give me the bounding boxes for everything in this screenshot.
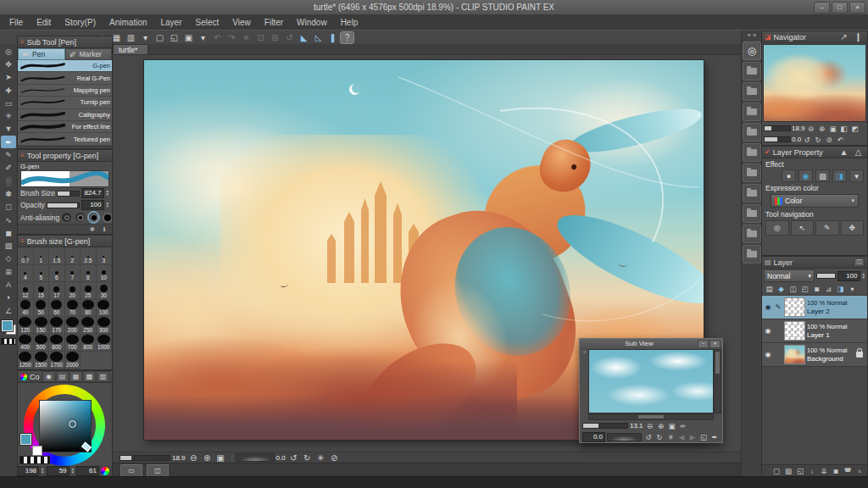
layer-opacity-value[interactable]: 100 <box>837 271 860 281</box>
save-file-icon[interactable]: ▣ <box>182 32 195 43</box>
fit-to-screen-icon[interactable]: ▣ <box>667 421 677 430</box>
tool-move[interactable]: ✥ <box>1 58 16 70</box>
redo-icon[interactable]: ↷ <box>225 32 238 43</box>
brush-size-600[interactable]: 600 <box>49 335 65 352</box>
create-mask-icon[interactable]: ◙ <box>811 284 822 294</box>
brush-size-700[interactable]: 700 <box>65 335 81 352</box>
layer-thumbnail[interactable] <box>784 297 805 317</box>
material-folder-download[interactable] <box>743 225 761 243</box>
sub-view-window[interactable]: Sub View – × ≡ 13.1 ⊖⊕▣✑ 0.0 ↺↻✳◀▶◱✒ <box>579 338 723 443</box>
tool-brush[interactable]: ✐ <box>1 162 16 175</box>
layer-dropdown-icon[interactable]: ▾ <box>847 284 858 294</box>
menu-help[interactable]: Help <box>334 16 365 29</box>
tool-blend[interactable]: ∿ <box>1 214 16 226</box>
fit-to-screen-icon[interactable]: ▣ <box>214 452 227 463</box>
tool-balloon[interactable]: ◗ <box>1 291 16 304</box>
tool-fill[interactable]: ◼ <box>1 226 16 239</box>
tool-frame-border[interactable]: ⊞ <box>1 265 16 278</box>
panel-info-icon[interactable]: ❙ <box>852 31 865 42</box>
fit-to-screen-icon[interactable]: ▣ <box>828 124 838 133</box>
tablet-display-icon[interactable]: ▥ <box>125 32 137 43</box>
brush-size-0.7[interactable]: 0.7 <box>18 247 34 265</box>
reset-rotation-icon[interactable]: ⊘ <box>824 135 834 144</box>
settings-icon[interactable]: ✻ <box>88 225 97 233</box>
rotate-ccw-icon[interactable]: ↺ <box>802 135 812 144</box>
rotate-ccw-icon[interactable]: ↺ <box>643 432 654 441</box>
menu-layer[interactable]: Layer <box>154 16 189 29</box>
close-button[interactable]: × <box>849 2 865 14</box>
material-folder-image[interactable] <box>743 123 761 141</box>
panel-pin-icon[interactable]: ↗ <box>837 31 850 42</box>
tool-property-header[interactable]: ≡ Tool property [G-pen] <box>18 150 112 162</box>
brush-size-1500[interactable]: 1500 <box>34 352 50 369</box>
layer-opacity-slider[interactable] <box>816 273 836 279</box>
tool-zoom[interactable]: ◎ <box>1 45 16 58</box>
layer-row-layer-1[interactable]: ◉100 % NormalLayer 1 <box>762 319 867 343</box>
brush-size-slider[interactable] <box>57 191 79 197</box>
brush-size-2.5[interactable]: 2.5 <box>81 247 97 265</box>
brush-size-170[interactable]: 170 <box>49 317 65 335</box>
material-folder-screentone[interactable] <box>743 184 761 202</box>
help-icon[interactable]: ? <box>341 32 353 43</box>
next-image-icon[interactable]: ▶ <box>687 432 698 441</box>
tool-pen[interactable]: ✒ <box>1 136 16 148</box>
navigator-zoom-slider[interactable] <box>764 125 791 131</box>
intermediate-color-tab[interactable]: ▥ <box>97 371 109 382</box>
subtool-item-real-g-pen[interactable]: Real G-Pen <box>18 72 112 84</box>
reset-rotation-icon[interactable]: ✳ <box>314 452 327 463</box>
zoom-in-icon[interactable]: ⊕ <box>201 452 214 463</box>
menu-file[interactable]: File <box>3 16 30 29</box>
brush-size-250[interactable]: 250 <box>81 317 97 335</box>
menu-animation[interactable]: Animation <box>103 16 153 29</box>
brush-size-4[interactable]: 4 <box>18 265 34 283</box>
menu-select[interactable]: Select <box>189 16 226 29</box>
lock-alpha-icon[interactable]: ◰ <box>799 284 810 294</box>
tool-gradient[interactable]: ▨ <box>1 239 16 252</box>
tool-move-layer[interactable]: ✚ <box>1 84 16 97</box>
brush-size-7[interactable]: 7 <box>65 265 81 283</box>
sub-view-minimize-button[interactable]: – <box>698 340 709 348</box>
hint-icon[interactable]: ℹ <box>100 225 108 233</box>
subtool-panel-header[interactable]: ≡ Sub Tool [Pen] <box>18 36 112 48</box>
snap-grid-icon[interactable]: ❚ <box>326 32 339 43</box>
extract-line-icon[interactable]: ◨ <box>832 169 847 182</box>
brush-size-8[interactable]: 8 <box>81 265 97 283</box>
color-wheel-tab[interactable]: ◉ <box>42 371 55 382</box>
menu-edit[interactable]: Edit <box>30 16 58 29</box>
brush-size-500[interactable]: 500 <box>34 335 50 352</box>
brush-size-400[interactable]: 400 <box>18 335 34 352</box>
canvas-zoom-slider[interactable] <box>120 455 170 461</box>
sub-view-panel-menu-icon[interactable]: ≡ <box>581 349 588 413</box>
brush-size-spinner[interactable]: ▲▼ <box>106 190 109 197</box>
brush-size-200[interactable]: 200 <box>65 317 81 335</box>
brush-size-150[interactable]: 150 <box>34 317 50 335</box>
foreground-color-swatch[interactable] <box>20 434 31 445</box>
brush-size-1000[interactable]: 1000 <box>97 335 113 352</box>
layer-color-effect-icon[interactable]: ▨ <box>815 169 830 182</box>
eyedropper-icon[interactable]: ✒ <box>709 432 720 441</box>
save-dropdown-icon[interactable]: ▾ <box>197 32 209 43</box>
material-folder-color-pattern[interactable] <box>743 62 761 80</box>
brush-size-40[interactable]: 40 <box>18 300 34 318</box>
rotate-region-icon[interactable]: ↺ <box>283 32 296 43</box>
subtool-item-g-pen[interactable]: G-pen <box>18 60 112 72</box>
s-spinner[interactable]: ▲▼ <box>41 468 44 474</box>
color-set-tab[interactable]: ▦ <box>70 371 82 382</box>
new-layer-icon[interactable]: ▢ <box>771 466 782 475</box>
flip-vertical-icon[interactable]: ◩ <box>850 124 860 133</box>
tool-decoration[interactable]: ✽ <box>1 187 16 200</box>
material-folder-3d[interactable] <box>743 164 761 182</box>
tool-pencil[interactable]: ✎ <box>1 148 16 161</box>
tool-eraser[interactable]: ◻ <box>1 201 16 214</box>
tool-figure[interactable]: ◇ <box>1 252 16 265</box>
brush-size-17[interactable]: 17 <box>49 282 65 300</box>
brush-size-1[interactable]: 1 <box>34 247 50 265</box>
opacity-spinner[interactable]: ▲▼ <box>106 202 109 208</box>
visibility-eye-icon[interactable]: ◉ <box>764 303 772 311</box>
open-image-icon[interactable]: ◱ <box>698 432 709 441</box>
layer-row-layer-2[interactable]: ◉✎100 % NormalLayer 2 <box>762 296 867 319</box>
reset-rotation-icon[interactable]: ✳ <box>665 432 676 441</box>
canvas-rotation-slider[interactable] <box>236 453 275 462</box>
tab-marker[interactable]: ✐ Marker <box>65 48 113 60</box>
zoom-in-icon[interactable]: ⊕ <box>656 421 666 430</box>
